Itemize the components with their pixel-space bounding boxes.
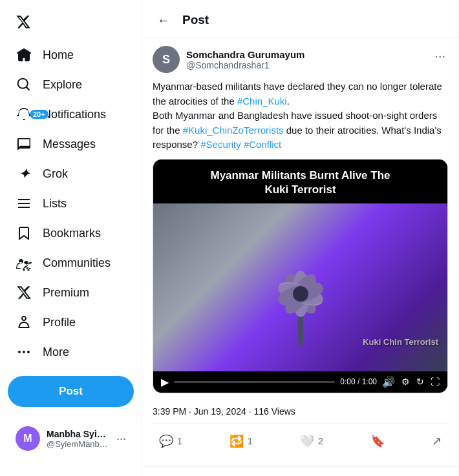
notifications-icon: 20+ [16,106,32,123]
post-header: ← Post [142,0,458,38]
video-icons-row: 🔊 ⚙ ↻ ⛶ [382,376,440,388]
tweet-text: Myanmar-based militants have declared th… [153,79,448,152]
like-count: 2 [318,436,323,446]
sidebar-item-grok[interactable]: ✦ Grok [8,159,134,189]
plant-visual [262,255,339,358]
main-content: ← Post S Somchandra Gurumayum @Somchandr… [142,0,459,476]
footer-more-icon: ··· [116,432,126,446]
retweet-icon: 🔁 [230,434,244,448]
sidebar-item-profile-label: Profile [43,316,76,329]
video-title: Myanmar Militants Burnt Alive The Kuki T… [153,160,447,203]
sidebar: Home Explore 20+ Notifications Messages … [0,0,142,476]
explore-icon [16,76,32,93]
sidebar-item-bookmarks[interactable]: Bookmarks [8,218,134,248]
tweet-author-row: S Somchandra Gurumayum @Somchandrashar1 … [153,46,448,73]
footer-handle: @SyiemManbh39911 [47,439,110,449]
retweet-count: 1 [248,436,253,446]
lists-icon [16,195,32,212]
video-container[interactable]: Myanmar Militants Burnt Alive The Kuki T… [153,159,448,393]
like-icon: 🤍 [300,434,314,448]
sidebar-item-messages[interactable]: Messages [8,129,134,159]
play-button[interactable]: ▶ [161,376,169,388]
retweet-button[interactable]: 🔁 1 [223,430,259,452]
tweet-actions: 💬 1 🔁 1 🤍 2 🔖 ↗ [153,424,448,459]
progress-bar[interactable] [174,381,335,383]
tweet-container: S Somchandra Gurumayum @Somchandrashar1 … [142,38,458,467]
bookmark-button[interactable]: 🔖 [364,430,391,452]
sidebar-item-premium[interactable]: Premium [8,278,134,307]
hashtag-chin-kuki[interactable]: #Chin_Kuki [237,96,287,107]
sidebar-item-messages-label: Messages [43,138,96,151]
author-name: Somchandra Gurumayum [186,49,304,60]
footer-username: Manbha Syiem [47,429,110,439]
messages-icon [16,136,32,152]
sidebar-item-notifications-label: Notifications [43,108,106,121]
sidebar-item-explore-label: Explore [43,78,82,92]
hashtag-conflict[interactable]: #Conflict [244,139,281,150]
back-button[interactable]: ← [153,9,175,31]
post-header-title: Post [182,13,209,27]
reply-icon: 💬 [159,434,173,448]
avatar: M [16,426,40,451]
author-avatar: S [153,46,180,73]
time-display: 0:00 / 1:00 [340,377,377,386]
volume-icon[interactable]: 🔊 [382,376,395,388]
sidebar-item-communities[interactable]: Communities [8,248,134,278]
footer-user-info: Manbha Syiem @SyiemManbh39911 [47,429,110,449]
sidebar-item-notifications[interactable]: 20+ Notifications [8,99,134,129]
post-button[interactable]: Post [8,376,134,407]
sidebar-item-explore[interactable]: Explore [8,70,134,99]
sidebar-item-premium-label: Premium [43,286,89,300]
reply-count: 1 [177,436,182,446]
video-controls: ▶ 0:00 / 1:00 🔊 ⚙ ↻ ⛶ [153,371,447,393]
sidebar-item-more[interactable]: More [8,337,134,367]
author-handle: @Somchandrashar1 [186,60,304,70]
bookmarks-icon [16,225,32,242]
like-button[interactable]: 🤍 2 [294,430,330,452]
sidebar-item-lists-label: Lists [43,197,67,211]
sidebar-item-lists[interactable]: Lists [8,189,134,218]
sidebar-item-home-label: Home [43,48,74,62]
svg-point-8 [293,286,308,302]
sidebar-item-communities-label: Communities [43,256,111,270]
hashtag-security[interactable]: #Security [200,139,241,150]
share-icon: ↗ [432,434,442,448]
more-icon [16,344,32,360]
bookmark-icon: 🔖 [370,434,385,448]
home-icon [16,47,32,63]
twitter-x-logo[interactable] [8,6,39,37]
tweet-more-icon[interactable]: ··· [432,46,448,66]
loop-icon[interactable]: ↻ [416,377,424,387]
notifications-badge: 20+ [30,110,48,119]
video-watermark: Kuki Chin Terrorist [363,337,438,347]
tweet-timestamp: 3:39 PM · Jun 19, 2024 · 116 Views [153,400,448,424]
fullscreen-icon[interactable]: ⛶ [431,377,440,387]
grok-icon: ✦ [16,165,32,182]
communities-icon [16,254,32,271]
tweet-author: S Somchandra Gurumayum @Somchandrashar1 [153,46,304,73]
settings-icon[interactable]: ⚙ [401,377,410,387]
sidebar-item-grok-label: Grok [43,167,68,181]
sidebar-item-profile[interactable]: Profile [8,307,134,337]
share-button[interactable]: ↗ [425,430,448,452]
reply-button[interactable]: 💬 1 [153,430,189,452]
sidebar-item-more-label: More [43,346,69,359]
sidebar-item-bookmarks-label: Bookmarks [43,227,101,240]
sidebar-item-home[interactable]: Home [8,40,134,70]
profile-icon [16,314,32,331]
hashtag-kuki-terrorits[interactable]: #Kuki_ChinZoTerrorists [183,125,284,136]
premium-icon [16,284,32,301]
author-info: Somchandra Gurumayum @Somchandrashar1 [186,49,304,70]
sidebar-footer[interactable]: M Manbha Syiem @SyiemManbh39911 ··· [8,420,134,457]
video-thumbnail: Kuki Chin Terrorist [153,203,447,371]
